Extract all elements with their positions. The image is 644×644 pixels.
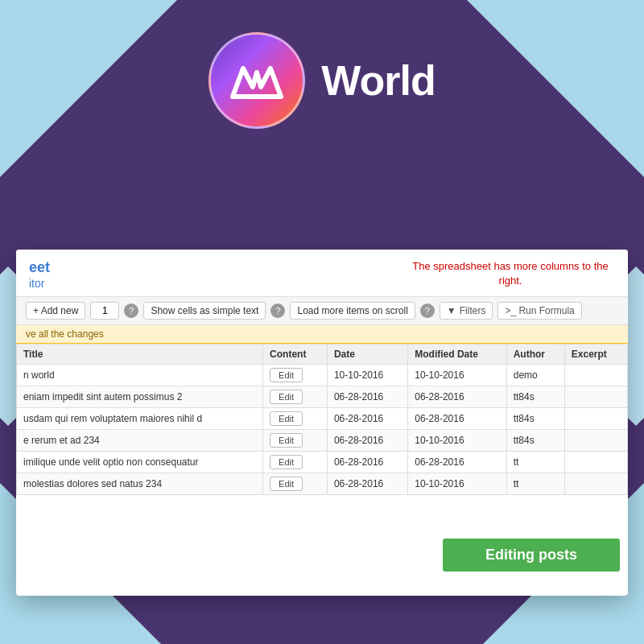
cell-modified-date: 10-10-2016 [408, 429, 506, 451]
load-items-button[interactable]: Load more items on scroll [290, 302, 415, 320]
cell-date: 06-28-2016 [327, 386, 407, 407]
logo-icon [229, 56, 285, 105]
run-formula-button[interactable]: >_ Run Formula [497, 302, 581, 320]
filter-icon: ▼ [447, 305, 456, 316]
svg-marker-0 [233, 68, 281, 97]
col-title: Title [17, 344, 263, 364]
cell-modified-date: 06-28-2016 [408, 451, 506, 473]
help-icon-3[interactable]: ? [420, 303, 435, 318]
cell-excerpt [564, 473, 627, 494]
help-icon-1[interactable]: ? [124, 303, 138, 318]
cell-content: Edit [263, 407, 328, 429]
col-excerpt: Excerpt [564, 344, 627, 364]
cell-excerpt [564, 407, 627, 429]
cell-author: tt [506, 473, 564, 494]
col-author: Author [506, 344, 564, 364]
table-header-row: Title Content Date Modified Date Author … [17, 344, 628, 364]
show-cells-button[interactable]: Show cells as simple text [143, 302, 266, 320]
app-subtitle: itor [29, 277, 50, 290]
app-branding: eet itor [29, 259, 50, 290]
app-name: eet [29, 259, 50, 277]
save-bar: ve all the changes [16, 325, 628, 344]
cell-date: 06-28-2016 [327, 473, 407, 494]
table-row: usdam qui rem voluptatem maiores nihil d… [17, 407, 628, 429]
col-content: Content [263, 344, 328, 364]
warning-text: The spreadsheet has more columns to the … [406, 259, 615, 288]
card-header: eet itor The spreadsheet has more column… [16, 250, 628, 297]
edit-button[interactable]: Edit [270, 390, 303, 404]
col-date: Date [327, 344, 407, 364]
table-row: imilique unde velit optio non consequatu… [17, 451, 628, 473]
cell-modified-date: 06-28-2016 [408, 386, 506, 407]
cell-excerpt [564, 451, 627, 473]
cell-excerpt [564, 364, 627, 386]
logo [208, 32, 305, 129]
cell-excerpt [564, 429, 627, 451]
cell-author: tt84s [506, 386, 564, 407]
toolbar: + Add new ? Show cells as simple text ? … [16, 297, 628, 325]
edit-button[interactable]: Edit [270, 455, 303, 469]
cell-date: 06-28-2016 [327, 451, 407, 473]
cell-author: tt84s [506, 429, 564, 451]
header: World [0, 16, 644, 145]
table-row: molestias dolores sed natus 234Edit06-28… [17, 473, 628, 494]
cell-author: tt84s [506, 407, 564, 429]
edit-button[interactable]: Edit [270, 477, 303, 491]
cell-modified-date: 10-10-2016 [408, 364, 506, 386]
cell-author: tt [506, 451, 564, 473]
cell-date: 06-28-2016 [327, 429, 407, 451]
cell-content: Edit [263, 473, 328, 494]
cell-title: eniam impedit sint autem possimus 2 [17, 386, 263, 407]
cell-date: 10-10-2016 [327, 364, 407, 386]
save-bar-text: ve all the changes [26, 328, 104, 340]
edit-button[interactable]: Edit [270, 368, 303, 382]
table-row: eniam impedit sint autem possimus 2Edit0… [17, 386, 628, 407]
cell-date: 06-28-2016 [327, 407, 407, 429]
filters-button[interactable]: ▼ Filters [440, 302, 493, 320]
cell-title: molestias dolores sed natus 234 [17, 473, 263, 494]
cell-title: e rerum et ad 234 [17, 429, 263, 451]
cell-title: usdam qui rem voluptatem maiores nihil d [17, 407, 263, 429]
cell-content: Edit [263, 451, 328, 473]
add-new-input[interactable] [90, 302, 119, 320]
cell-content: Edit [263, 386, 328, 407]
cell-author: demo [506, 364, 564, 386]
table-row: e rerum et ad 234Edit06-28-201610-10-201… [17, 429, 628, 451]
add-new-button[interactable]: + Add new [26, 302, 85, 320]
cell-title: imilique unde velit optio non consequatu… [17, 451, 263, 473]
data-table: Title Content Date Modified Date Author … [16, 344, 628, 495]
help-icon-2[interactable]: ? [270, 303, 285, 318]
editing-posts-badge: Editing posts [443, 539, 620, 572]
brand-name: World [321, 56, 435, 105]
editing-posts-label: Editing posts [485, 547, 577, 563]
cell-excerpt [564, 386, 627, 407]
formula-icon: >_ [505, 305, 516, 316]
cell-title: n world [17, 364, 263, 386]
cell-modified-date: 06-28-2016 [408, 407, 506, 429]
table-row: n worldEdit10-10-201610-10-2016demo [17, 364, 628, 386]
edit-button[interactable]: Edit [270, 411, 303, 426]
edit-button[interactable]: Edit [270, 433, 303, 448]
col-modified-date: Modified Date [408, 344, 506, 364]
cell-content: Edit [263, 429, 328, 451]
cell-modified-date: 10-10-2016 [408, 473, 506, 494]
cell-content: Edit [263, 364, 328, 386]
